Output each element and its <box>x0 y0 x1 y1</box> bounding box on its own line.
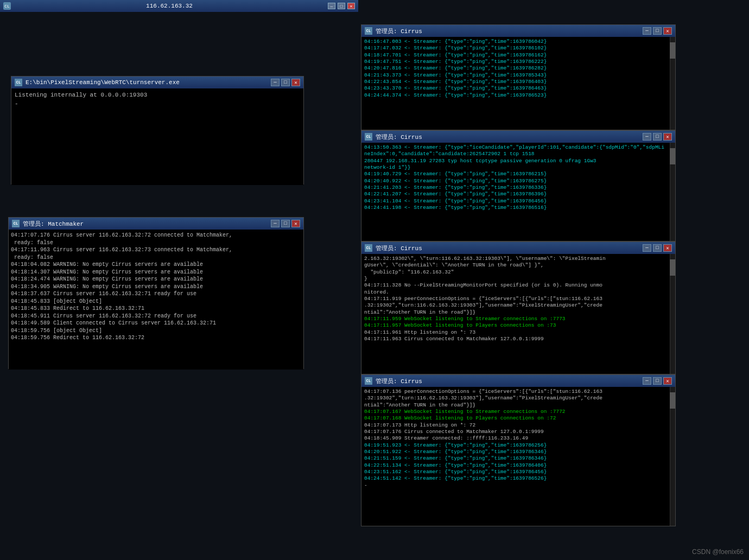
cirrus-3-maximize[interactable]: □ <box>653 244 662 252</box>
cirrus-1-icon: CL <box>365 27 372 35</box>
cirrus-3-controls: — □ ✕ <box>643 244 672 252</box>
list-item: "publicIp": "116.62.163.32" <box>364 269 672 276</box>
list-item: 04:19:47.751 <- Streamer: {"type":"ping"… <box>364 59 672 65</box>
turnserver-close[interactable]: ✕ <box>291 79 300 86</box>
cirrus-3-titlebar[interactable]: CL 管理员: Cirrus — □ ✕ <box>361 242 675 254</box>
turnserver-window: CL E:\bin\PixelStreaming\WebRTC\turnserv… <box>11 76 304 184</box>
cirrus-4-minimize[interactable]: — <box>643 377 651 385</box>
turnserver-content: Listening internally at 0.0.0.0:19303 - <box>11 88 303 185</box>
list-item: 04:18:45.833 Redirect to 116.62.163.32:7… <box>11 305 301 313</box>
cirrus-2-maximize[interactable]: □ <box>653 133 662 141</box>
matchmaker-controls: — □ ✕ <box>271 220 300 227</box>
taskbar-maximize[interactable]: □ <box>338 3 345 9</box>
list-item: 04:21:51.159 <- Streamer: {"type":"ping"… <box>364 455 672 462</box>
list-item: 04:20:51.922 <- Streamer: {"type":"ping"… <box>364 449 672 455</box>
matchmaker-maximize[interactable]: □ <box>281 220 290 227</box>
cirrus-2-titlebar[interactable]: CL 管理员: Cirrus — □ ✕ <box>361 131 675 143</box>
cirrus-3-scrollbar[interactable] <box>670 254 675 374</box>
list-item: - <box>364 482 672 489</box>
cirrus-3-content: 2.163.32:19302\", \"turn:116.62.163.32:1… <box>361 254 675 374</box>
list-item: 280447 192.168.31.19 27283 typ host tcpt… <box>364 158 672 164</box>
cirrus-1-title: 管理员: Cirrus <box>376 27 639 35</box>
turnserver-icon: CL <box>15 79 22 86</box>
list-item: 04:17:11.919 peerConnectionOptions = {"i… <box>364 296 672 302</box>
cirrus-1-scrollbar[interactable] <box>670 37 675 130</box>
cirrus-1-minimize[interactable]: — <box>643 27 651 35</box>
list-item: 04:17:07.168 WebSocket listening to Play… <box>364 415 672 422</box>
cirrus-1-controls: — □ ✕ <box>643 27 672 35</box>
cirrus-2-icon: CL <box>365 133 372 141</box>
turnserver-maximize[interactable]: □ <box>281 79 290 86</box>
cirrus-2-controls: — □ ✕ <box>643 133 672 141</box>
list-item: 04:17:07.173 Http listening on *: 72 <box>364 422 672 429</box>
list-item: 04:19:40.729 <- Streamer: {"type":"ping"… <box>364 171 672 177</box>
list-item: .32:19302","turn:116.62.163.32:19303"],"… <box>364 302 672 309</box>
list-item: 04:18:45.911 Cirrus server 116.62.163.32… <box>11 313 301 320</box>
list-item: 04:17:07.136 peerConnectionOptions = {"i… <box>364 389 672 395</box>
cirrus-1-titlebar[interactable]: CL 管理员: Cirrus — □ ✕ <box>361 25 675 37</box>
turnserver-title: E:\bin\PixelStreaming\WebRTC\turnserver.… <box>26 79 268 86</box>
list-item: 04:18:45.909 Streamer connected: ::ffff:… <box>364 435 672 442</box>
list-item: nitored. <box>364 289 672 296</box>
list-item: 04:18:49.589 Client connected to Cirrus … <box>11 320 301 327</box>
matchmaker-titlebar[interactable]: CL 管理员: Matchmaker — □ ✕ <box>9 218 303 230</box>
list-item: 04:22:51.134 <- Streamer: {"type":"ping"… <box>364 462 672 469</box>
list-item: ntial":"Another TURN in the road"}]} <box>364 402 672 409</box>
list-item: 04:17:11.961 Http listening on *: 73 <box>364 329 672 336</box>
cirrus-4-title: 管理员: Cirrus <box>376 377 639 385</box>
list-item: 04:18:47.701 <- Streamer: {"type":"ping"… <box>364 52 672 59</box>
cirrus-1-close[interactable]: ✕ <box>663 27 672 35</box>
cirrus-2-close[interactable]: ✕ <box>663 133 672 141</box>
list-item: 04:21:41.203 <- Streamer: {"type":"ping"… <box>364 184 672 191</box>
list-item: 04:18:59.756 Redirect to 116.62.163.32:7… <box>11 334 301 342</box>
list-item: 04:18:59.756 [object Object] <box>11 327 301 335</box>
list-item: 04:17:11.959 WebSocket listening to Stre… <box>364 316 672 322</box>
cirrus-2-title: 管理员: Cirrus <box>376 133 639 141</box>
list-item: 04:24:44.374 <- Streamer: {"type":"ping"… <box>364 92 672 99</box>
matchmaker-icon: CL <box>12 220 20 227</box>
cirrus-2-minimize[interactable]: — <box>643 133 651 141</box>
cirrus-3-title: 管理员: Cirrus <box>376 244 639 252</box>
taskbar-close[interactable]: ✕ <box>347 3 355 9</box>
cirrus-3-minimize[interactable]: — <box>643 244 651 252</box>
list-item: 04:18:37.637 Cirrus server 116.62.163.32… <box>11 290 301 298</box>
list-item: } <box>364 276 672 282</box>
cirrus-4-content: 04:17:07.136 peerConnectionOptions = {"i… <box>361 387 675 526</box>
cirrus-4-titlebar[interactable]: CL 管理员: Cirrus — □ ✕ <box>361 375 675 387</box>
list-item: 04:16:47.003 <- Streamer: {"type":"ping"… <box>364 39 672 45</box>
list-item: 04:21:43.373 <- Streamer: {"type":"ping"… <box>364 72 672 79</box>
list-item: 04:18:24.474 WARNING: No empty Cirrus se… <box>11 276 301 283</box>
turnserver-line-1: Listening internally at 0.0.0.0:19303 <box>14 91 301 99</box>
turnserver-minimize[interactable]: — <box>271 79 280 86</box>
matchmaker-close[interactable]: ✕ <box>291 220 300 227</box>
list-item: 04:22:43.854 <- Streamer: {"type":"ping"… <box>364 79 672 85</box>
cirrus-4-icon: CL <box>365 377 372 385</box>
list-item: 04:23:51.162 <- Streamer: {"type":"ping"… <box>364 469 672 475</box>
cirrus-4-close[interactable]: ✕ <box>663 377 672 385</box>
cirrus-2-scrollbar[interactable] <box>670 143 675 241</box>
cirrus-4-maximize[interactable]: □ <box>653 377 662 385</box>
cirrus-window-4: CL 管理员: Cirrus — □ ✕ 04:17:07.136 peerCo… <box>361 374 676 526</box>
list-item: 04:17:07.176 Cirrus server 116.62.163.32… <box>11 232 301 239</box>
taskbar-controls: — □ ✕ <box>328 3 355 9</box>
list-item: 04:17:07.167 WebSocket listening to Stre… <box>364 409 672 415</box>
cirrus-1-content: 04:16:47.003 <- Streamer: {"type":"ping"… <box>361 37 675 130</box>
cirrus-1-maximize[interactable]: □ <box>653 27 662 35</box>
list-item: 04:18:45.833 [object Object] <box>11 298 301 306</box>
list-item: 04:23:43.370 <- Streamer: {"type":"ping"… <box>364 85 672 92</box>
cirrus-3-close[interactable]: ✕ <box>663 244 672 252</box>
matchmaker-content: 04:17:07.176 Cirrus server 116.62.163.32… <box>9 230 303 370</box>
cirrus-3-icon: CL <box>365 244 372 252</box>
list-item: 04:19:51.923 <- Streamer: {"type":"ping"… <box>364 442 672 449</box>
matchmaker-minimize[interactable]: — <box>271 220 280 227</box>
turnserver-titlebar[interactable]: CL E:\bin\PixelStreaming\WebRTC\turnserv… <box>11 77 303 88</box>
cirrus-window-3: CL 管理员: Cirrus — □ ✕ 2.163.32:19302\", \… <box>361 241 676 374</box>
list-item: 04:17:11.963 Cirrus server 116.62.163.32… <box>11 246 301 254</box>
cirrus-window-2: CL 管理员: Cirrus — □ ✕ 04:13:50.363 <- Str… <box>361 130 676 241</box>
list-item: ready: false <box>11 239 301 247</box>
taskbar-minimize[interactable]: — <box>328 3 335 9</box>
cirrus-4-scrollbar[interactable] <box>670 387 675 526</box>
list-item: 04:17:11.963 Cirrus connected to Matchma… <box>364 336 672 342</box>
list-item: 04:17:47.032 <- Streamer: {"type":"ping"… <box>364 45 672 52</box>
list-item: 04:24:41.198 <- Streamer: {"type":"ping"… <box>364 205 672 211</box>
